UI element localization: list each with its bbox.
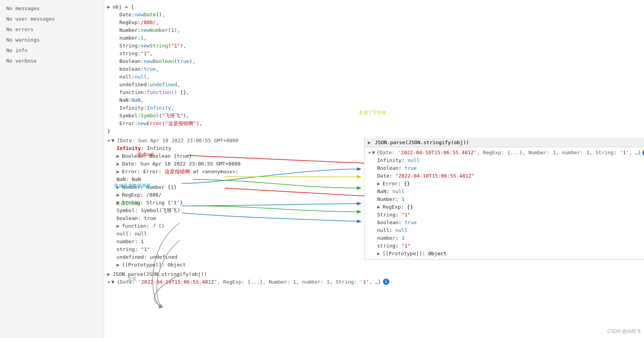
panel-number: Number: 1: [365, 195, 644, 203]
code-line-3: Number: new Number(1),: [104, 26, 644, 34]
expand-function-icon[interactable]: ▶: [117, 223, 122, 230]
expand-proto-icon[interactable]: ▶: [117, 261, 122, 268]
collapse-json-icon[interactable]: ▼: [111, 279, 117, 286]
expanded-prototype: ▶ [[Prototype]]: Object: [104, 261, 644, 269]
panel-boolean: Boolean: true: [365, 164, 644, 172]
panel-boolean-prim: boolean: true: [365, 219, 644, 226]
expand-json-parse-icon[interactable]: ▶: [107, 271, 113, 278]
code-line-11: function: function () {},: [104, 89, 644, 96]
panel-null: null: null: [365, 226, 644, 234]
expand-icon[interactable]: ▶: [107, 3, 113, 10]
code-line-4: number: 1,: [104, 34, 644, 42]
panel-number-prim: number: 1: [365, 234, 644, 242]
code-line-13: Infinity: Infinity,: [104, 104, 644, 112]
json-parse-call: ▶ JSON.parse(JSON.stringify(obj)): [104, 270, 644, 278]
code-line-8: boolean: true,: [104, 65, 644, 73]
sidebar-item-no-messages[interactable]: No messages: [0, 3, 104, 14]
panel-error: ▶ Error: {}: [365, 180, 644, 188]
panel-header: ▶ JSON.parse(JSON.stringify(obj)): [365, 138, 644, 147]
code-area: ▶ obj = { Date: new Date(), RegExp: /800…: [104, 0, 644, 338]
sidebar-item-no-user-messages[interactable]: No user messages: [0, 14, 104, 24]
code-line-7: Boolean: new Boolean(true),: [104, 57, 644, 65]
panel-expand-regexp-icon[interactable]: ▶: [377, 204, 383, 211]
code-line-5: String: new String("1"),: [104, 42, 644, 50]
collapse-icon[interactable]: ▼: [111, 137, 117, 144]
panel-regexp: ▶ RegExp: {}: [365, 203, 644, 211]
panel-info-badge[interactable]: i: [642, 150, 644, 156]
info-badge[interactable]: i: [383, 279, 389, 285]
expand-regexp-icon[interactable]: ▶: [117, 192, 122, 199]
watermark: CSDN @zh阿飞: [607, 328, 641, 335]
expand-date-icon[interactable]: ▶: [117, 160, 122, 167]
panel-body: ◀ ▼ {Date: '2022-04-10T15:06:55.481Z', R…: [365, 147, 644, 259]
panel-prototype: ▶ [[Prototype]]: Object: [365, 250, 644, 258]
code-line-12: NaN: NaN,: [104, 96, 644, 104]
panel-string: String: "1": [365, 211, 644, 219]
panel-expand-error-icon[interactable]: ▶: [377, 180, 383, 187]
expand-boolean-icon[interactable]: ▶: [117, 153, 122, 160]
code-line-obj-header: ▶ obj = {: [104, 3, 644, 11]
sidebar-item-no-warnings[interactable]: No warnings: [0, 35, 104, 45]
code-line-14: Symbol: Symbol("飞呀飞"),: [104, 112, 644, 120]
panel-collapsed-header: ◀ ▼ {Date: '2022-04-10T15:06:55.481Z', R…: [365, 149, 644, 157]
panel-expand-icon[interactable]: ▶: [368, 139, 373, 145]
code-line-1: Date: new Date(),: [104, 11, 644, 19]
sidebar-item-no-info[interactable]: No info: [0, 45, 104, 56]
code-line-6: string: "1",: [104, 50, 644, 57]
panel-expand-proto-icon[interactable]: ▶: [377, 250, 383, 257]
right-panel: ▶ JSON.parse(JSON.stringify(obj)) ◀ ▼ {D…: [364, 138, 644, 260]
sidebar-item-no-errors[interactable]: No errors: [0, 24, 104, 35]
code-line-15: Error: new Error("这是报错啊"),: [104, 120, 644, 127]
panel-infinity: Infinity: null: [365, 157, 644, 164]
panel-string-prim: string: "1": [365, 242, 644, 250]
expand-error-icon[interactable]: ▶: [117, 168, 122, 175]
expand-string-icon[interactable]: ▶: [117, 199, 122, 206]
code-line-10: undefined: undefined,: [104, 81, 644, 89]
main-content: ▶ obj = { Date: new Date(), RegExp: /800…: [104, 0, 644, 338]
panel-date: Date: "2022-04-10T15:06:55.481Z": [365, 172, 644, 180]
bottom-json-parse: ◀ ▼ {Date: '2022-04-10T15:06:55.481Z', R…: [104, 278, 644, 286]
code-line-close: }: [104, 127, 644, 135]
expand-number-icon[interactable]: ▶: [117, 184, 122, 191]
sidebar-item-no-verbose[interactable]: No verbose: [0, 56, 104, 66]
code-line-9: null: null,: [104, 73, 644, 81]
code-line-2: RegExp: /800/,: [104, 19, 644, 26]
panel-nan: NaN: null: [365, 188, 644, 195]
sidebar: No messages No user messages No errors N…: [0, 0, 104, 338]
